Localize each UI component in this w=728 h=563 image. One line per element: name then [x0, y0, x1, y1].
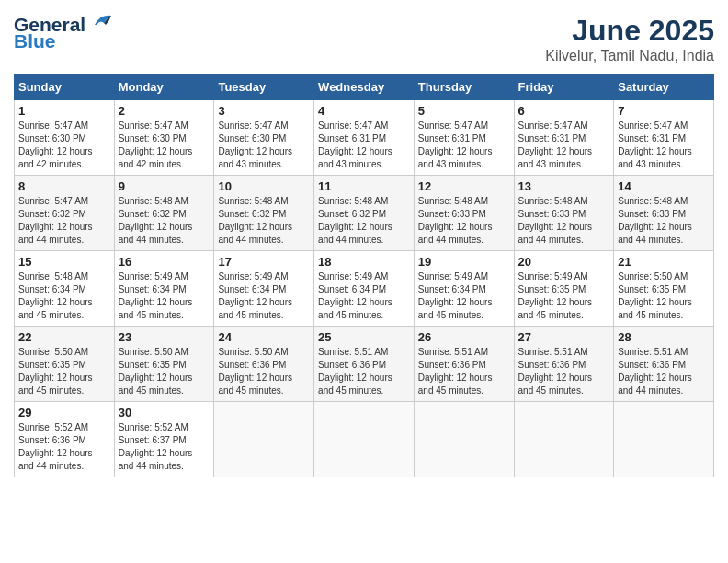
title-area: June 2025 Kilvelur, Tamil Nadu, India: [545, 14, 714, 64]
day-cell-1: 1Sunrise: 5:47 AM Sunset: 6:30 PM Daylig…: [15, 100, 115, 176]
day-info: Sunrise: 5:48 AM Sunset: 6:33 PM Dayligh…: [618, 195, 710, 247]
day-cell-16: 16Sunrise: 5:49 AM Sunset: 6:34 PM Dayli…: [114, 251, 214, 327]
day-info: Sunrise: 5:48 AM Sunset: 6:32 PM Dayligh…: [218, 195, 310, 247]
day-cell-19: 19Sunrise: 5:49 AM Sunset: 6:34 PM Dayli…: [414, 251, 514, 327]
day-cell-30: 30Sunrise: 5:52 AM Sunset: 6:37 PM Dayli…: [114, 402, 214, 477]
day-info: Sunrise: 5:52 AM Sunset: 6:36 PM Dayligh…: [18, 421, 110, 473]
day-cell-13: 13Sunrise: 5:48 AM Sunset: 6:33 PM Dayli…: [514, 176, 614, 251]
day-info: Sunrise: 5:48 AM Sunset: 6:33 PM Dayligh…: [518, 195, 610, 247]
day-cell-empty: [214, 402, 314, 477]
day-number: 19: [418, 255, 510, 269]
col-header-monday: Monday: [114, 75, 214, 100]
day-info: Sunrise: 5:47 AM Sunset: 6:30 PM Dayligh…: [218, 120, 310, 171]
day-info: Sunrise: 5:50 AM Sunset: 6:35 PM Dayligh…: [18, 346, 110, 397]
day-number: 20: [518, 255, 610, 269]
day-number: 3: [218, 104, 310, 118]
day-number: 5: [418, 104, 510, 118]
day-number: 30: [119, 406, 210, 419]
day-info: Sunrise: 5:49 AM Sunset: 6:34 PM Dayligh…: [318, 270, 410, 322]
day-cell-29: 29Sunrise: 5:52 AM Sunset: 6:36 PM Dayli…: [15, 402, 115, 477]
day-cell-7: 7Sunrise: 5:47 AM Sunset: 6:31 PM Daylig…: [614, 100, 714, 176]
col-header-tuesday: Tuesday: [214, 75, 314, 100]
day-number: 28: [618, 330, 710, 344]
col-header-saturday: Saturday: [614, 75, 714, 100]
day-number: 24: [218, 330, 310, 344]
day-number: 8: [18, 179, 110, 193]
calendar-subtitle: Kilvelur, Tamil Nadu, India: [545, 48, 714, 64]
day-number: 9: [119, 179, 210, 193]
day-info: Sunrise: 5:47 AM Sunset: 6:32 PM Dayligh…: [18, 195, 110, 247]
header: General Blue June 2025 Kilvelur, Tamil N…: [14, 14, 714, 64]
day-cell-9: 9Sunrise: 5:48 AM Sunset: 6:32 PM Daylig…: [114, 176, 214, 251]
day-cell-26: 26Sunrise: 5:51 AM Sunset: 6:36 PM Dayli…: [414, 327, 514, 402]
week-row-1: 1Sunrise: 5:47 AM Sunset: 6:30 PM Daylig…: [15, 100, 714, 176]
day-info: Sunrise: 5:49 AM Sunset: 6:34 PM Dayligh…: [418, 270, 510, 322]
day-info: Sunrise: 5:47 AM Sunset: 6:31 PM Dayligh…: [418, 120, 510, 171]
day-info: Sunrise: 5:50 AM Sunset: 6:35 PM Dayligh…: [618, 270, 710, 322]
day-info: Sunrise: 5:51 AM Sunset: 6:36 PM Dayligh…: [618, 346, 710, 397]
day-number: 13: [518, 179, 610, 193]
calendar-title: June 2025: [545, 14, 714, 48]
day-number: 22: [18, 330, 110, 344]
day-cell-12: 12Sunrise: 5:48 AM Sunset: 6:33 PM Dayli…: [414, 176, 514, 251]
day-cell-28: 28Sunrise: 5:51 AM Sunset: 6:36 PM Dayli…: [614, 327, 714, 402]
day-cell-21: 21Sunrise: 5:50 AM Sunset: 6:35 PM Dayli…: [614, 251, 714, 327]
day-number: 1: [18, 104, 110, 118]
header-row: SundayMondayTuesdayWednesdayThursdayFrid…: [15, 75, 714, 100]
day-info: Sunrise: 5:48 AM Sunset: 6:32 PM Dayligh…: [318, 195, 410, 247]
day-number: 16: [119, 255, 210, 269]
logo: General Blue: [14, 14, 113, 52]
day-number: 11: [318, 179, 410, 193]
day-info: Sunrise: 5:52 AM Sunset: 6:37 PM Dayligh…: [119, 421, 210, 473]
day-cell-8: 8Sunrise: 5:47 AM Sunset: 6:32 PM Daylig…: [15, 176, 115, 251]
day-info: Sunrise: 5:49 AM Sunset: 6:35 PM Dayligh…: [518, 270, 610, 322]
day-cell-empty: [514, 402, 614, 477]
week-row-4: 22Sunrise: 5:50 AM Sunset: 6:35 PM Dayli…: [15, 327, 714, 402]
col-header-friday: Friday: [514, 75, 614, 100]
day-number: 27: [518, 330, 610, 344]
day-number: 4: [318, 104, 410, 118]
day-number: 18: [318, 255, 410, 269]
day-cell-18: 18Sunrise: 5:49 AM Sunset: 6:34 PM Dayli…: [314, 251, 415, 327]
day-number: 29: [18, 406, 110, 419]
day-info: Sunrise: 5:51 AM Sunset: 6:36 PM Dayligh…: [318, 346, 410, 397]
day-info: Sunrise: 5:47 AM Sunset: 6:30 PM Dayligh…: [119, 120, 210, 171]
day-cell-3: 3Sunrise: 5:47 AM Sunset: 6:30 PM Daylig…: [214, 100, 314, 176]
day-cell-empty: [614, 402, 714, 477]
day-info: Sunrise: 5:51 AM Sunset: 6:36 PM Dayligh…: [518, 346, 610, 397]
day-number: 21: [618, 255, 710, 269]
col-header-thursday: Thursday: [414, 75, 514, 100]
day-cell-24: 24Sunrise: 5:50 AM Sunset: 6:36 PM Dayli…: [214, 327, 314, 402]
day-cell-14: 14Sunrise: 5:48 AM Sunset: 6:33 PM Dayli…: [614, 176, 714, 251]
day-cell-2: 2Sunrise: 5:47 AM Sunset: 6:30 PM Daylig…: [114, 100, 214, 176]
day-number: 12: [418, 179, 510, 193]
calendar-table: SundayMondayTuesdayWednesdayThursdayFrid…: [14, 74, 714, 477]
week-row-3: 15Sunrise: 5:48 AM Sunset: 6:34 PM Dayli…: [15, 251, 714, 327]
day-info: Sunrise: 5:47 AM Sunset: 6:30 PM Dayligh…: [18, 120, 110, 171]
day-cell-15: 15Sunrise: 5:48 AM Sunset: 6:34 PM Dayli…: [15, 251, 115, 327]
day-info: Sunrise: 5:48 AM Sunset: 6:34 PM Dayligh…: [18, 270, 110, 322]
day-number: 14: [618, 179, 710, 193]
day-info: Sunrise: 5:48 AM Sunset: 6:32 PM Dayligh…: [119, 195, 210, 247]
day-info: Sunrise: 5:47 AM Sunset: 6:31 PM Dayligh…: [618, 120, 710, 171]
day-number: 25: [318, 330, 410, 344]
week-row-5: 29Sunrise: 5:52 AM Sunset: 6:36 PM Dayli…: [15, 402, 714, 477]
day-number: 23: [119, 330, 210, 344]
day-number: 2: [119, 104, 210, 118]
day-cell-17: 17Sunrise: 5:49 AM Sunset: 6:34 PM Dayli…: [214, 251, 314, 327]
logo-bird-icon: [87, 12, 113, 32]
day-info: Sunrise: 5:48 AM Sunset: 6:33 PM Dayligh…: [418, 195, 510, 247]
day-cell-4: 4Sunrise: 5:47 AM Sunset: 6:31 PM Daylig…: [314, 100, 415, 176]
day-cell-6: 6Sunrise: 5:47 AM Sunset: 6:31 PM Daylig…: [514, 100, 614, 176]
day-cell-27: 27Sunrise: 5:51 AM Sunset: 6:36 PM Dayli…: [514, 327, 614, 402]
day-cell-25: 25Sunrise: 5:51 AM Sunset: 6:36 PM Dayli…: [314, 327, 415, 402]
day-cell-empty: [314, 402, 415, 477]
day-info: Sunrise: 5:50 AM Sunset: 6:36 PM Dayligh…: [218, 346, 310, 397]
day-number: 15: [18, 255, 110, 269]
day-info: Sunrise: 5:47 AM Sunset: 6:31 PM Dayligh…: [318, 120, 410, 171]
day-info: Sunrise: 5:49 AM Sunset: 6:34 PM Dayligh…: [119, 270, 210, 322]
day-cell-20: 20Sunrise: 5:49 AM Sunset: 6:35 PM Dayli…: [514, 251, 614, 327]
day-number: 26: [418, 330, 510, 344]
col-header-wednesday: Wednesday: [314, 75, 415, 100]
day-number: 17: [218, 255, 310, 269]
